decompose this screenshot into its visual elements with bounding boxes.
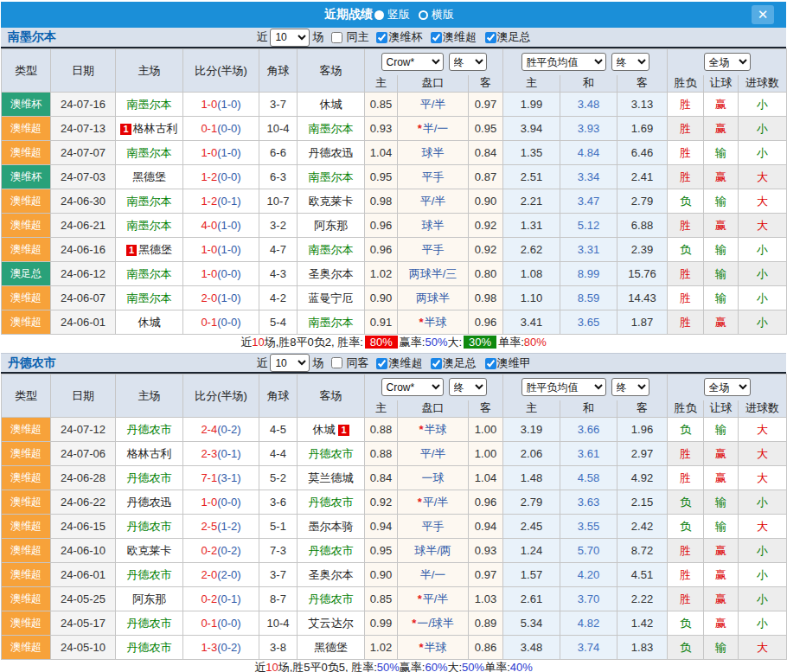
handicap-line-cell: *平/半 — [398, 490, 469, 515]
recent-count-select[interactable]: 10 — [270, 29, 310, 47]
avg-odds-home: 1.48 — [503, 466, 560, 490]
home-team-cell: 黑德堡 — [116, 165, 183, 189]
avg-odds-home: 3.94 — [503, 117, 560, 141]
league-filter-checkbox[interactable] — [376, 358, 387, 369]
avg-odds-select[interactable]: 胜平负均值 — [521, 53, 606, 71]
handicap-line-cell: 球半 — [398, 141, 469, 165]
home-team-cell: 1黑德堡 — [116, 238, 183, 262]
fulltime-score: 2-3 — [201, 447, 217, 460]
league-filter-checkbox[interactable] — [431, 32, 442, 43]
match-row: 澳维超 24-06-01 休城 0-1(0-0) 5-4 南墨尔本 0.91 *… — [2, 310, 787, 335]
avg-stage-select[interactable]: 终 — [611, 53, 649, 71]
league-filter-checkbox[interactable] — [431, 358, 442, 369]
red-card-badge: 1 — [338, 425, 349, 436]
avg-odds-home: 1.99 — [503, 93, 560, 117]
same-venue-checkbox[interactable] — [331, 32, 342, 43]
league-filter-checkbox[interactable] — [376, 32, 387, 43]
summary-part: 单率: — [498, 336, 524, 349]
corner-count: 4-3 — [259, 262, 298, 286]
handicap-line-cell: *半球 — [398, 636, 469, 660]
match-date: 24-06-30 — [51, 189, 116, 214]
corner-count: 3-8 — [259, 636, 298, 660]
home-team: 丹德农市 — [127, 641, 172, 654]
match-type-badge: 澳维超 — [2, 286, 51, 310]
handicap-line-cell: 平手 — [398, 515, 469, 539]
handicap-line: 平/半 — [420, 447, 446, 460]
col-avg-draw: 和 — [560, 400, 617, 418]
odds-stage-select[interactable]: 终 — [449, 378, 487, 396]
result-handicap: 赢 — [704, 117, 739, 141]
same-venue-checkbox[interactable] — [331, 357, 342, 368]
handicap-odds-home: 0.96 — [365, 214, 398, 238]
corner-count: 7-3 — [259, 539, 298, 563]
scope-select[interactable]: 全场 — [704, 378, 751, 396]
handicap-line: 球半 — [422, 146, 445, 159]
match-type-badge: 澳维超 — [2, 515, 51, 539]
away-team: 艾云达尔 — [309, 617, 354, 630]
result-goals: 小 — [739, 539, 787, 563]
avg-stage-select[interactable]: 终 — [611, 378, 649, 396]
home-team-cell: 南墨尔本 — [116, 262, 183, 286]
home-team: 黑德堡 — [138, 243, 172, 256]
avg-odds-away: 1.69 — [617, 117, 668, 141]
handicap-odds-home: 0.90 — [365, 286, 398, 310]
same-venue-label: 同客 — [346, 355, 368, 371]
result-handicap: 赢 — [704, 587, 739, 611]
match-score: 1-0(1-0) — [183, 93, 259, 117]
match-date: 24-05-10 — [51, 636, 116, 660]
match-score: 1-0(1-0) — [183, 141, 259, 165]
handicap-odds-away: 0.90 — [469, 189, 503, 214]
handicap-odds-away: 0.96 — [469, 310, 503, 335]
col-result-handicap: 让球 — [704, 400, 739, 418]
layout-radio-horizontal[interactable]: 横版 — [419, 7, 454, 22]
handicap-odds-away: 0.97 — [469, 563, 503, 587]
league-filter-checkbox[interactable] — [485, 358, 496, 369]
odds-stage-select[interactable]: 终 — [449, 53, 487, 71]
league-filters: 澳维杯 澳维超 澳足总 — [371, 29, 530, 45]
handicap-odds-home: 1.02 — [365, 636, 398, 660]
league-filter-checkbox[interactable] — [485, 32, 496, 43]
summary-part: 30% — [464, 336, 496, 349]
avg-odds-draw: 3.93 — [560, 117, 617, 141]
col-date: 日期 — [51, 374, 116, 418]
result-handicap: 赢 — [704, 214, 739, 238]
col-result: 胜负 — [668, 400, 704, 418]
summary-part: 赢率: — [400, 336, 425, 349]
scope-select[interactable]: 全场 — [704, 53, 751, 71]
avg-odds-select[interactable]: 胜平负均值 — [521, 378, 606, 396]
halftime-score: (0-1) — [217, 195, 240, 208]
result-outcome: 胜 — [668, 117, 704, 141]
result-outcome: 负 — [668, 636, 704, 660]
handicap-line-cell: 球半/两 — [398, 539, 469, 563]
col-result-goals: 进球数 — [739, 400, 787, 418]
handicap-odds-home: 0.98 — [365, 189, 398, 214]
col-result: 胜负 — [668, 75, 704, 93]
layout-radio-vertical[interactable]: 竖版 — [374, 7, 410, 22]
close-button[interactable]: ✕ — [752, 5, 774, 24]
match-date: 24-05-17 — [51, 611, 116, 636]
away-team: 莫兰德城 — [309, 471, 354, 484]
avg-odds-draw: 4.20 — [560, 563, 617, 587]
summary-part: 场,胜8平0负2, 胜率: — [265, 336, 363, 349]
match-date: 24-05-25 — [51, 587, 116, 611]
match-date: 24-06-28 — [51, 466, 116, 490]
summary-line: 近10场,胜8平0负2, 胜率:80% 赢率:50% 大:30% 单率:80% — [1, 336, 786, 349]
handicap-line: 平手 — [422, 170, 445, 183]
match-type-badge: 澳维超 — [2, 611, 51, 636]
bookmaker-select[interactable]: Crow* — [381, 53, 444, 71]
match-score: 1-2(0-1) — [183, 189, 259, 214]
match-type-badge: 澳维超 — [2, 442, 51, 466]
recent-count-select[interactable]: 10 — [270, 354, 310, 372]
home-team: 南墨尔本 — [127, 195, 172, 208]
corner-count: 4-5 — [259, 418, 298, 442]
avg-odds-draw: 3.55 — [560, 515, 617, 539]
handicap-odds-away: 0.87 — [469, 165, 503, 189]
handicap-group-header: Crow* 终 — [365, 49, 503, 75]
match-row: 澳维超 24-06-21 南墨尔本 4-0(1-0) 3-2 阿东那 0.96 … — [2, 214, 787, 238]
bookmaker-select[interactable]: Crow* — [381, 378, 444, 396]
avg-odds-draw: 3.66 — [560, 418, 617, 442]
home-team: 南墨尔本 — [127, 291, 172, 304]
home-team: 黑德堡 — [132, 170, 166, 183]
halftime-score: (1-0) — [217, 243, 240, 256]
red-card-badge: 1 — [120, 124, 131, 135]
